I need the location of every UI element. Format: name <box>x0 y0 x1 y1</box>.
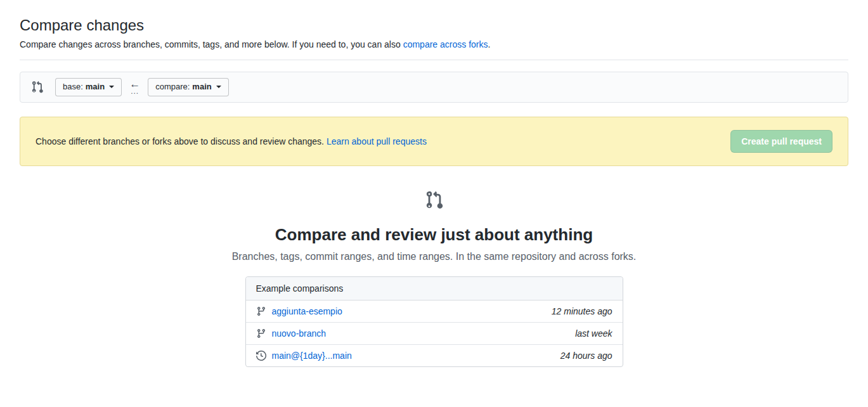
history-icon <box>256 351 266 361</box>
subtitle-period: . <box>488 39 490 49</box>
compare-branch-selector[interactable]: compare: main <box>148 78 229 96</box>
chevron-down-icon <box>216 86 221 91</box>
git-branch-icon <box>256 306 266 316</box>
create-pull-request-button[interactable]: Create pull request <box>730 130 832 153</box>
example-comparisons-header: Example comparisons <box>246 277 623 300</box>
chevron-down-icon <box>109 86 114 91</box>
base-branch-selector[interactable]: base: main <box>55 78 122 96</box>
learn-about-pull-requests-link[interactable]: Learn about pull requests <box>327 136 427 146</box>
page-subtitle: Compare changes across branches, commits… <box>20 39 848 49</box>
alert-message: Choose different branches or forks above… <box>36 136 427 146</box>
ellipsis-text: ... <box>131 89 139 94</box>
example-comparison-time: last week <box>575 328 612 339</box>
compare-direction-indicator: ← ... <box>129 80 140 94</box>
git-compare-icon-large <box>425 201 444 211</box>
compare-across-forks-link[interactable]: compare across forks <box>403 39 488 49</box>
alert-message-text: Choose different branches or forks above… <box>36 136 327 146</box>
branch-range-bar: base: main ← ... compare: main <box>20 72 848 103</box>
header-divider <box>20 60 848 60</box>
compare-page: Compare changes Compare changes across b… <box>0 0 868 367</box>
git-compare-icon <box>31 81 44 93</box>
base-label: base: <box>63 82 83 93</box>
choose-branches-alert: Choose different branches or forks above… <box>20 117 848 166</box>
example-comparison-row: aggiunta-esempio 12 minutes ago <box>246 300 623 323</box>
compare-label: compare: <box>155 82 190 93</box>
blankslate: Compare and review just about anything B… <box>20 190 848 367</box>
blankslate-subheading: Branches, tags, commit ranges, and time … <box>20 251 848 262</box>
example-comparison-link[interactable]: main@{1day}...main <box>272 351 352 361</box>
compare-value: main <box>192 82 211 93</box>
example-comparisons-card: Example comparisons aggiunta-esempio 12 … <box>245 276 623 367</box>
example-comparison-link[interactable]: nuovo-branch <box>272 328 327 339</box>
base-value: main <box>86 82 105 93</box>
page-title: Compare changes <box>20 16 848 34</box>
example-comparison-row: nuovo-branch last week <box>246 323 623 345</box>
example-comparison-row: main@{1day}...main 24 hours ago <box>246 345 623 366</box>
subtitle-text: Compare changes across branches, commits… <box>20 39 403 49</box>
example-comparison-link[interactable]: aggiunta-esempio <box>272 306 342 316</box>
blankslate-heading: Compare and review just about anything <box>20 225 848 245</box>
example-comparison-time: 12 minutes ago <box>552 306 612 316</box>
git-branch-icon <box>256 328 266 339</box>
example-comparison-time: 24 hours ago <box>560 351 612 361</box>
